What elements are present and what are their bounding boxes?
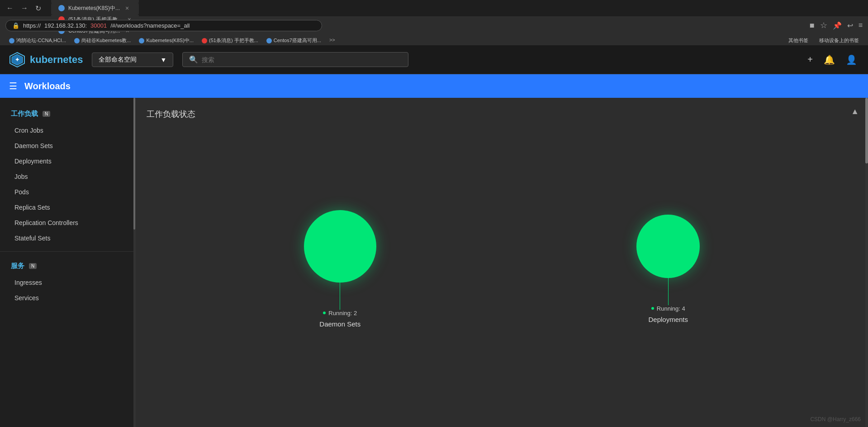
bookmark-tab-0[interactable]: 鸿鹄论坛-CCNA,HCI... — [5, 36, 70, 45]
bubble-name-0: Daemon Sets — [319, 320, 360, 328]
sidebar-item-replication-controllers[interactable]: Replication Controllers — [0, 215, 135, 230]
namespace-chevron-icon: ▼ — [161, 56, 167, 63]
back-button[interactable]: ← — [4, 2, 16, 14]
bubble-chart: Running: 2Daemon SetsRunning: 4Deploymen… — [147, 129, 857, 409]
sidebar-item-cron-jobs[interactable]: Cron Jobs — [0, 123, 135, 138]
bubble-status-dot-1 — [651, 307, 654, 310]
bookmark-label-1: 尚硅谷Kubernetes教... — [81, 37, 131, 44]
extensions-icon: ■ — [810, 21, 815, 30]
sidebar-scrolltrack — [133, 98, 135, 427]
bubble-name-1: Deployments — [648, 316, 688, 323]
menu-icon[interactable]: ≡ — [859, 21, 863, 29]
credits-text: CSDN @Harry_z666 — [810, 416, 861, 422]
content-scrollthumb[interactable] — [865, 98, 868, 163]
sidebar-item-daemon-sets[interactable]: Daemon Sets — [0, 138, 135, 154]
bubble-item-1: Running: 4Deployments — [636, 215, 700, 323]
sidebar-scrollthumb[interactable] — [133, 98, 135, 230]
browser-tab-1[interactable]: 尚硅谷Kubernetes教...× — [51, 0, 139, 3]
search-input[interactable] — [202, 56, 402, 63]
k8s-logo: ✦ kubernetes — [9, 52, 83, 68]
search-icon: 🔍 — [189, 55, 198, 64]
search-bar[interactable]: 🔍 — [182, 52, 408, 67]
bookmark-label-4: Centos7搭建高可用... — [274, 37, 321, 44]
sidebar-item-stateful-sets[interactable]: Stateful Sets — [0, 230, 135, 246]
main-layout: 工作负载 N Cron JobsDaemon SetsDeploymentsJo… — [0, 98, 868, 427]
bookmark-tab-4[interactable]: Centos7搭建高可用... — [263, 36, 325, 45]
service-items-container: IngressesServices — [0, 275, 135, 306]
other-bookmarks[interactable]: 其他书签 — [785, 36, 812, 45]
account-button[interactable]: 👤 — [844, 53, 859, 67]
workload-status-panel: 工作负载状态 ▲ Running: 2Daemon SetsRunning: 4… — [136, 98, 868, 427]
url-host: 192.168.32.130: — [44, 22, 87, 29]
bookmark-favicon-3 — [202, 38, 207, 43]
k8s-logo-icon: ✦ — [9, 52, 25, 68]
refresh-button[interactable]: ↻ — [33, 2, 44, 14]
bookmark-tab-3[interactable]: (51条消息) 手把手教... — [198, 36, 262, 45]
bookmark-favicon-1 — [74, 38, 80, 43]
bookmark-favicon-0 — [9, 38, 14, 43]
sidebar-item-ingresses[interactable]: Ingresses — [0, 275, 135, 290]
bubble-status-text-1: Running: 4 — [657, 305, 685, 312]
sidebar-item-services[interactable]: Services — [0, 290, 135, 306]
bookmark-star-icon[interactable]: ☆ — [820, 20, 827, 30]
services-badge: N — [29, 263, 37, 269]
bookmark-label-0: 鸿鹄论坛-CCNA,HCI... — [16, 37, 66, 44]
tab-close-1[interactable]: × — [128, 0, 131, 0]
more-tabs-icon[interactable]: >> — [326, 36, 339, 45]
url-path: /#/workloads?namespace=_all — [110, 22, 190, 29]
address-bar[interactable]: 🔒 https://192.168.32.130:30001/#/workloa… — [5, 20, 322, 31]
svg-text:✦: ✦ — [15, 57, 19, 63]
bookmark-tab-2[interactable]: Kubernetes(K8S)中... — [135, 36, 197, 45]
add-button[interactable]: + — [806, 53, 815, 67]
bookmark-favicon-2 — [139, 38, 144, 43]
bubble-item-0: Running: 2Daemon Sets — [304, 210, 376, 328]
credits: CSDN @Harry_z666 — [810, 416, 861, 422]
sidebar: 工作负载 N Cron JobsDaemon SetsDeploymentsJo… — [0, 98, 136, 427]
page-title: Workloads — [24, 81, 71, 91]
undo-icon[interactable]: ↩ — [847, 21, 853, 30]
hamburger-icon[interactable]: ☰ — [9, 81, 17, 91]
sidebar-item-jobs[interactable]: Jobs — [0, 169, 135, 184]
tab-close-2[interactable]: × — [125, 5, 129, 12]
bubble-status-dot-0 — [323, 312, 326, 314]
browser-tab-2[interactable]: Kubernetes(K8S)中...× — [51, 3, 139, 14]
namespace-label: 全部命名空间 — [99, 56, 137, 64]
top-nav: ✦ kubernetes 全部命名空间 ▼ 🔍 + 🔔 👤 — [0, 45, 868, 74]
forward-button[interactable]: → — [18, 2, 31, 14]
sidebar-item-deployments[interactable]: Deployments — [0, 154, 135, 169]
bookmark-label-2: Kubernetes(K8S)中... — [146, 37, 194, 44]
browser-chrome: ← → ↻ 鸿鹄论坛-CCNA,HCI...×尚硅谷Kubernetes教...… — [0, 0, 868, 45]
notification-button[interactable]: 🔔 — [822, 53, 837, 67]
tab-bar: ← → ↻ 鸿鹄论坛-CCNA,HCI...×尚硅谷Kubernetes教...… — [0, 0, 868, 16]
collapse-button[interactable]: ▲ — [851, 107, 859, 116]
bubble-label-row-1: Running: 4 — [651, 305, 685, 312]
sidebar-item-replica-sets[interactable]: Replica Sets — [0, 200, 135, 215]
tab-label-1: 尚硅谷Kubernetes教... — [68, 0, 122, 1]
bubble-circle-1[interactable] — [636, 215, 700, 278]
workloads-section-text: 工作负载 — [11, 110, 38, 118]
bookmark-tab-1[interactable]: 尚硅谷Kubernetes教... — [71, 36, 134, 45]
tab-label-2: Kubernetes(K8S)中... — [68, 5, 120, 12]
app-container: ✦ kubernetes 全部命名空间 ▼ 🔍 + 🔔 👤 ☰ Workload… — [0, 45, 868, 427]
bubble-circle-0[interactable] — [304, 210, 376, 283]
mobile-bookmarks[interactable]: 移动设备上的书签 — [816, 36, 863, 45]
bookmark-label-3: (51条消息) 手把手教... — [209, 37, 258, 44]
sidebar-divider — [0, 251, 135, 252]
url-port: 30001 — [90, 22, 107, 29]
bubble-label-row-0: Running: 2 — [323, 310, 357, 317]
url-protocol: https:// — [23, 22, 41, 29]
panel-title: 工作负载状态 — [147, 109, 857, 120]
bookmark-favicon-4 — [266, 38, 272, 43]
pin-icon[interactable]: 📌 — [833, 21, 842, 30]
services-section-text: 服务 — [11, 262, 24, 270]
bubble-connector-1 — [668, 278, 669, 305]
nav-actions: + 🔔 👤 — [806, 53, 859, 67]
bubble-connector-0 — [340, 283, 340, 310]
namespace-selector[interactable]: 全部命名空间 ▼ — [92, 53, 173, 67]
content-area: 工作负载状态 ▲ Running: 2Daemon SetsRunning: 4… — [136, 98, 868, 427]
services-section-label: 服务 N — [0, 257, 135, 275]
section-header: ☰ Workloads — [0, 74, 868, 98]
workloads-section-label: 工作负载 N — [0, 105, 135, 123]
bubble-status-text-0: Running: 2 — [328, 310, 357, 317]
sidebar-item-pods[interactable]: Pods — [0, 184, 135, 200]
